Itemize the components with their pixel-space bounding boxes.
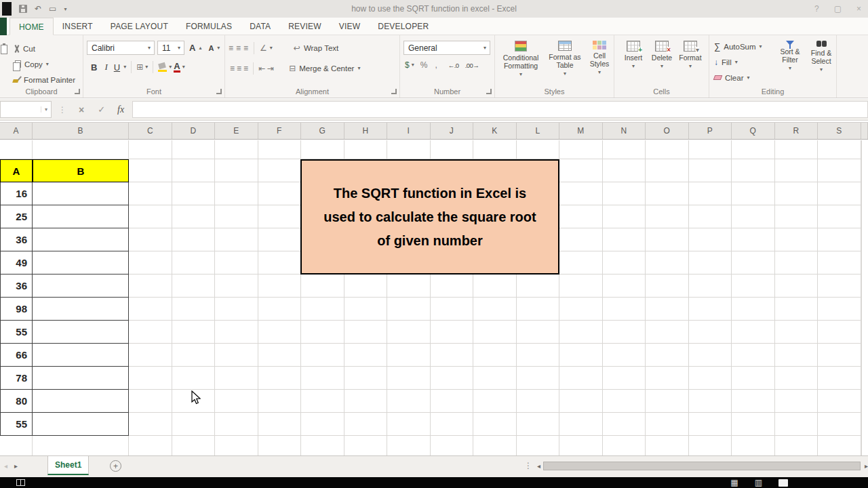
align-top-icon[interactable]: ≡ — [229, 44, 233, 52]
enter-icon[interactable]: ✓ — [98, 104, 105, 115]
table-cell[interactable]: 80 — [0, 390, 33, 413]
cell[interactable] — [172, 251, 216, 274]
cell[interactable] — [258, 182, 302, 205]
cell[interactable] — [559, 228, 603, 251]
cell[interactable] — [646, 228, 689, 251]
cell[interactable] — [646, 390, 689, 413]
cell[interactable] — [732, 321, 775, 344]
cell[interactable] — [387, 390, 431, 413]
cell[interactable] — [732, 205, 775, 228]
cell[interactable] — [775, 298, 818, 321]
font-family-select[interactable]: Calibri▾ — [87, 41, 155, 55]
formula-input[interactable] — [132, 101, 868, 118]
conditional-formatting-button[interactable]: Conditional Formatting ▾ — [499, 38, 542, 77]
column-header-D[interactable]: D — [172, 123, 216, 139]
cell[interactable] — [732, 159, 775, 182]
table-header-cell-b[interactable]: B — [33, 159, 129, 182]
cell[interactable] — [215, 140, 258, 159]
cell[interactable] — [473, 367, 517, 390]
cell[interactable] — [732, 413, 775, 436]
cell[interactable] — [861, 321, 862, 344]
sheet-tab-sheet1[interactable]: Sheet1 — [47, 456, 89, 475]
cell[interactable] — [129, 182, 172, 205]
column-header-H[interactable]: H — [344, 123, 388, 139]
font-dialog-launcher[interactable] — [216, 89, 222, 94]
cell[interactable] — [387, 344, 431, 367]
cell[interactable] — [517, 321, 560, 344]
cell[interactable] — [689, 182, 732, 205]
cell[interactable] — [172, 321, 216, 344]
merge-center-button[interactable]: ⊟Merge & Center▾ — [287, 61, 362, 75]
cell[interactable] — [732, 182, 775, 205]
cell[interactable] — [818, 390, 861, 413]
cell[interactable] — [172, 413, 216, 436]
table-cell[interactable] — [33, 367, 129, 390]
cell[interactable] — [646, 344, 689, 367]
cell[interactable] — [301, 436, 344, 455]
column-header-M[interactable]: M — [559, 123, 603, 139]
alignment-dialog-launcher[interactable] — [391, 89, 397, 94]
cell[interactable] — [818, 205, 861, 228]
table-cell[interactable]: 55 — [0, 413, 33, 436]
tab-data[interactable]: DATA — [241, 18, 279, 35]
cell[interactable] — [215, 228, 258, 251]
cell[interactable] — [215, 251, 258, 274]
cell[interactable] — [689, 228, 732, 251]
cell[interactable] — [818, 159, 861, 182]
cell[interactable] — [646, 140, 689, 159]
cell[interactable] — [301, 321, 344, 344]
cell[interactable] — [689, 298, 732, 321]
cell[interactable] — [775, 182, 818, 205]
cell[interactable] — [603, 159, 646, 182]
cell[interactable] — [129, 140, 172, 159]
table-header-cell-a[interactable]: A — [0, 159, 33, 182]
cell[interactable] — [431, 344, 474, 367]
column-header-L[interactable]: L — [517, 123, 560, 139]
cell[interactable] — [559, 344, 603, 367]
cell[interactable] — [172, 205, 216, 228]
customize-qat-icon[interactable]: ▾ — [64, 6, 66, 12]
cell[interactable] — [172, 274, 216, 298]
cell[interactable] — [559, 159, 603, 182]
cell[interactable] — [172, 436, 216, 455]
cell[interactable] — [603, 367, 646, 390]
cell[interactable] — [818, 182, 861, 205]
table-cell[interactable] — [33, 413, 129, 436]
cell[interactable] — [732, 367, 775, 390]
cell[interactable] — [646, 321, 689, 344]
table-cell[interactable] — [33, 228, 129, 251]
chevron-down-icon[interactable]: ▾ — [169, 64, 172, 70]
cell[interactable] — [215, 182, 258, 205]
comma-style-icon[interactable]: , — [435, 61, 437, 69]
cell[interactable] — [387, 274, 431, 298]
percent-style-icon[interactable]: % — [420, 61, 428, 69]
paste-button[interactable] — [0, 41, 9, 80]
table-cell[interactable] — [33, 390, 129, 413]
align-right-icon[interactable]: ≡ — [243, 64, 248, 73]
cell[interactable] — [473, 274, 517, 298]
cell[interactable] — [517, 140, 560, 159]
cell[interactable] — [861, 344, 862, 367]
cell[interactable] — [215, 298, 258, 321]
cell[interactable] — [646, 182, 689, 205]
cell[interactable] — [775, 205, 818, 228]
cell[interactable] — [258, 205, 302, 228]
cell[interactable] — [646, 413, 689, 436]
cell[interactable] — [818, 298, 861, 321]
clear-button[interactable]: Clear▾ — [712, 70, 764, 85]
cell[interactable] — [215, 321, 258, 344]
table-cell[interactable]: 36 — [0, 228, 33, 251]
cell[interactable] — [387, 321, 431, 344]
cell[interactable] — [301, 367, 344, 390]
column-header-G[interactable]: G — [301, 123, 344, 139]
cell[interactable] — [129, 413, 172, 436]
cell[interactable] — [129, 298, 172, 321]
cell[interactable] — [603, 390, 646, 413]
cell[interactable] — [129, 228, 172, 251]
column-header-E[interactable]: E — [215, 123, 258, 139]
cell[interactable] — [775, 140, 818, 159]
cell[interactable] — [732, 228, 775, 251]
italic-button[interactable]: I — [102, 62, 110, 73]
column-header-R[interactable]: R — [775, 123, 818, 139]
table-cell[interactable]: 98 — [0, 298, 33, 321]
